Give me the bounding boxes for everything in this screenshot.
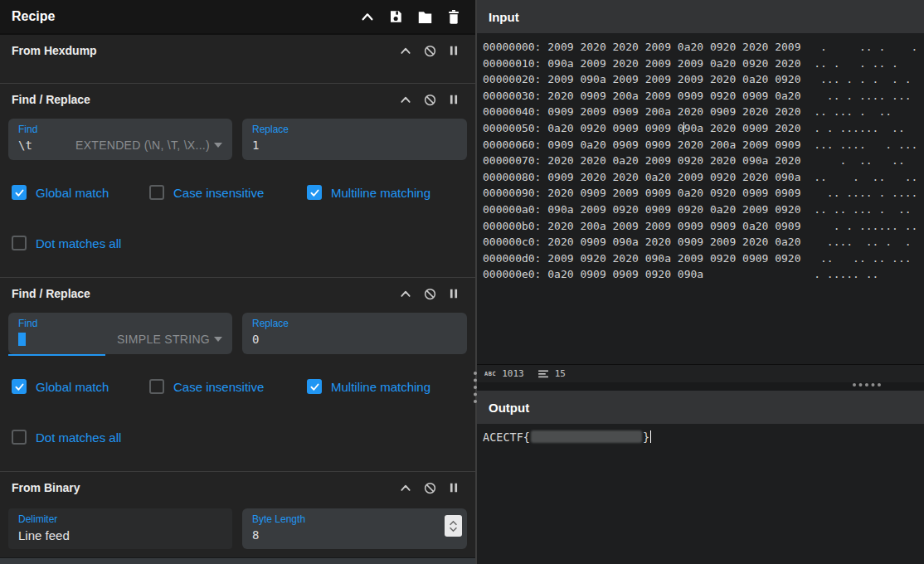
checkbox-label: Global match [36,380,109,394]
byte-length-input[interactable]: 8 [252,528,459,542]
replace-label: Replace [252,318,459,329]
input-text[interactable]: 00000000: 2009 2020 2020 2009 0a20 0920 … [477,33,924,283]
checkbox-label: Global match [36,186,109,200]
operation-find-replace-2: Find / Replace Find SIMPLE STRING Replac… [0,277,475,445]
collapse-operation-icon[interactable] [400,483,411,493]
replace-field[interactable]: Replace 1 [242,119,467,160]
disable-operation-icon[interactable] [424,482,436,494]
io-panel: Input 00000000: 2009 2020 2020 2009 0a20… [477,0,924,564]
checkbox-unchecked-icon [149,185,164,200]
collapse-operation-icon[interactable] [400,289,411,299]
recipe-panel-title: Recipe [12,9,361,24]
breakpoint-pause-icon[interactable] [449,288,459,299]
checkbox-case-insensitive[interactable]: Case insensitive [149,185,307,200]
checkbox-multiline-matching[interactable]: Multiline matching [307,379,430,394]
disable-operation-icon[interactable] [424,45,436,57]
checkbox-global-match[interactable]: Global match [12,185,149,200]
output-text-suffix: } [643,430,649,444]
operation-title: From Hexdump [12,44,400,57]
checkbox-checked-icon [307,185,322,200]
open-folder-icon[interactable] [417,10,433,24]
byte-length-field[interactable]: Byte Length 8 [242,508,467,549]
checkbox-unchecked-icon [12,236,27,250]
chevron-down-icon [214,337,222,342]
line-count-icon [538,370,549,378]
collapse-operation-icon[interactable] [400,95,411,105]
character-count: 1013 [502,368,524,379]
checkbox-multiline-matching[interactable]: Multiline matching [307,185,430,200]
input-editor[interactable]: 00000000: 2009 2020 2020 2009 0a20 0920 … [477,33,924,365]
breakpoint-pause-icon[interactable] [449,45,459,56]
output-text-prefix: ACECTF{ [483,430,530,444]
checkbox-dot-matches-all[interactable]: Dot matches all [12,430,121,445]
breakpoint-pause-icon[interactable] [449,94,459,105]
next-operation-edge [0,557,475,564]
focus-underline [8,354,105,356]
recipe-header: Recipe [0,0,475,33]
find-field-focused[interactable]: Find SIMPLE STRING [8,313,232,354]
operation-find-replace-1: Find / Replace Find \t EXTENDED (\N, \T,… [0,83,475,250]
checkbox-checked-icon [307,379,322,394]
stepper-down-icon [449,527,458,532]
output-text-caret [650,430,651,443]
replace-input[interactable]: 1 [252,139,459,153]
collapse-operation-icon[interactable] [400,46,411,56]
checkbox-label: Multiline matching [331,186,430,200]
checkbox-label: Case insensitive [173,186,264,200]
text-cursor [18,333,26,346]
operation-header[interactable]: Find / Replace [0,84,475,115]
byte-length-label: Byte Length [252,513,459,525]
save-recipe-icon[interactable] [388,9,403,24]
disable-operation-icon[interactable] [424,94,436,106]
splitter-drag-handle[interactable] [853,383,881,387]
line-count: 15 [555,368,566,379]
replace-field[interactable]: Replace 0 [242,313,467,354]
output-area[interactable]: ACECTF{} [477,424,924,564]
input-title: Input [489,10,519,24]
input-header: Input [477,0,924,33]
redacted-flag-content [531,430,642,443]
operation-from-binary: From Binary Delimiter Line feed Byte Len… [0,471,475,559]
output-title: Output [489,401,529,415]
checkbox-checked-icon [12,379,27,394]
checkbox-label: Multiline matching [331,380,430,394]
breakpoint-pause-icon[interactable] [449,482,459,494]
disable-operation-icon[interactable] [424,288,436,300]
operation-header[interactable]: Find / Replace [0,278,475,309]
find-type-value: SIMPLE STRING [117,333,210,346]
checkbox-label: Dot matches all [36,236,121,250]
find-field[interactable]: Find \t EXTENDED (\N, \T, \X...) [8,119,232,160]
checkbox-label: Case insensitive [173,380,264,394]
number-stepper[interactable] [445,515,462,537]
collapse-recipe-icon[interactable] [361,11,374,22]
checkbox-unchecked-icon [149,379,164,394]
operation-header[interactable]: From Hexdump [0,35,475,66]
find-type-dropdown[interactable]: EXTENDED (\N, \T, \X...) [75,139,222,152]
checkbox-global-match[interactable]: Global match [12,379,149,394]
character-count-icon: ABC [484,371,496,377]
checkbox-case-insensitive[interactable]: Case insensitive [149,379,307,394]
io-splitter-horizontal[interactable] [477,382,924,391]
output-header: Output [477,391,924,424]
operation-title: From Binary [12,481,400,494]
checkbox-dot-matches-all[interactable]: Dot matches all [12,236,121,250]
operation-title: Find / Replace [12,93,400,106]
chevron-down-icon [214,143,222,148]
operation-title: Find / Replace [12,287,400,300]
input-status-bar: ABC 1013 15 [477,365,924,382]
delimiter-label: Delimiter [18,513,224,525]
delimiter-value: Line feed [18,528,224,542]
find-label: Find [18,124,224,135]
operation-header[interactable]: From Binary [0,472,475,503]
find-type-value: EXTENDED (\N, \T, \X...) [75,139,210,152]
checkbox-unchecked-icon [12,430,27,445]
delimiter-select[interactable]: Delimiter Line feed [8,508,232,549]
operation-from-hexdump: From Hexdump [0,33,475,83]
stepper-up-icon [449,520,458,526]
recipe-panel: Recipe From Hexdump [0,0,475,564]
clear-recipe-trash-icon[interactable] [447,9,460,24]
find-type-dropdown[interactable]: SIMPLE STRING [117,333,222,346]
replace-label: Replace [252,124,459,135]
replace-input[interactable]: 0 [252,333,459,347]
input-text-caret [683,122,684,134]
